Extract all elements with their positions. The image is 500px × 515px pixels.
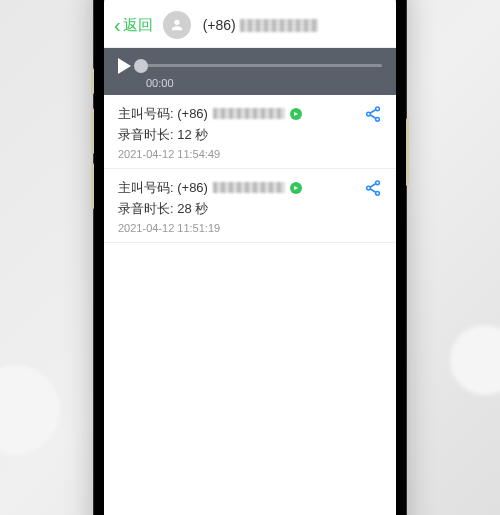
redacted-number xyxy=(213,108,285,119)
play-status-icon xyxy=(290,108,302,120)
svg-line-4 xyxy=(370,109,376,113)
volume-up-button xyxy=(91,108,94,154)
share-icon xyxy=(364,105,382,123)
play-button[interactable] xyxy=(118,58,131,74)
playback-time: 00:00 xyxy=(146,77,382,89)
phone-frame: 11:55 ‹ 返回 (+86) xyxy=(94,0,406,515)
duration-row: 录音时长: 28 秒 xyxy=(118,200,382,218)
play-status-icon xyxy=(290,182,302,194)
share-icon xyxy=(364,179,382,197)
redacted-number xyxy=(240,19,318,32)
screen: 11:55 ‹ 返回 (+86) xyxy=(104,0,396,515)
share-button[interactable] xyxy=(364,179,382,201)
power-button xyxy=(406,118,409,186)
svg-line-5 xyxy=(370,114,376,118)
caller-label: 主叫号码: (+86) xyxy=(118,105,208,123)
redacted-number xyxy=(213,182,285,193)
volume-down-button xyxy=(91,163,94,209)
svg-line-10 xyxy=(370,188,376,192)
recording-item[interactable]: 主叫号码: (+86) 录音时长: 12 秒 2021-04-12 11:54:… xyxy=(104,95,396,169)
recording-item[interactable]: 主叫号码: (+86) 录音时长: 28 秒 2021-04-12 11:51:… xyxy=(104,169,396,243)
caller-row: 主叫号码: (+86) xyxy=(118,179,382,197)
seek-track[interactable] xyxy=(141,64,382,67)
share-button[interactable] xyxy=(364,105,382,127)
title-prefix: (+86) xyxy=(203,17,236,33)
back-button[interactable]: ‹ 返回 xyxy=(114,15,153,35)
seek-thumb[interactable] xyxy=(134,59,148,73)
chevron-left-icon: ‹ xyxy=(114,15,121,35)
audio-player: 00:00 xyxy=(104,48,396,95)
back-label: 返回 xyxy=(123,16,153,35)
avatar xyxy=(163,11,191,39)
duration-row: 录音时长: 12 秒 xyxy=(118,126,382,144)
page-title: (+86) xyxy=(203,17,318,33)
svg-point-0 xyxy=(174,20,179,25)
caller-label: 主叫号码: (+86) xyxy=(118,179,208,197)
timestamp: 2021-04-12 11:54:49 xyxy=(118,148,382,160)
recording-list: 主叫号码: (+86) 录音时长: 12 秒 2021-04-12 11:54:… xyxy=(104,95,396,243)
caller-row: 主叫号码: (+86) xyxy=(118,105,382,123)
nav-bar: ‹ 返回 (+86) xyxy=(104,4,396,48)
mute-switch xyxy=(91,68,94,94)
timestamp: 2021-04-12 11:51:19 xyxy=(118,222,382,234)
svg-line-9 xyxy=(370,183,376,187)
